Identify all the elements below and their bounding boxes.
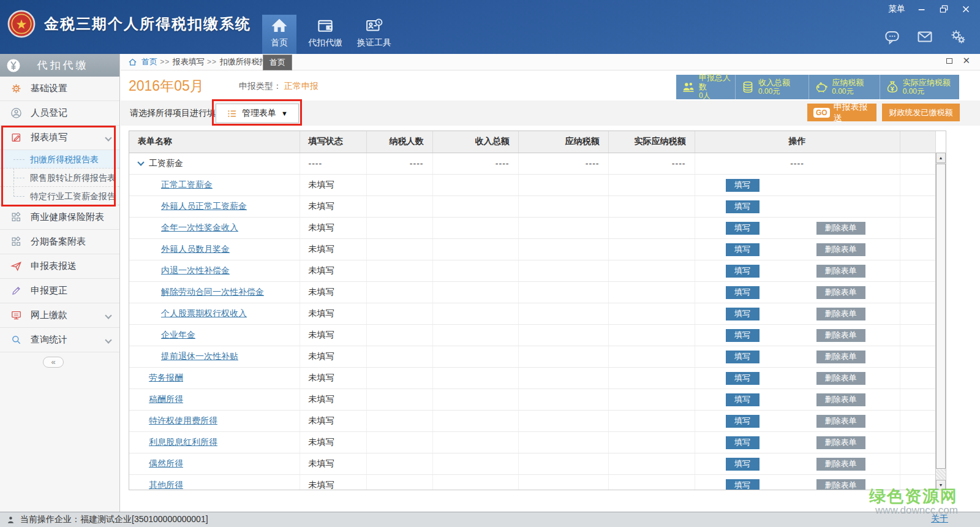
yen-icon — [6, 58, 21, 73]
fill-status-cell: 未填写 — [300, 410, 366, 431]
edit-form-icon — [10, 132, 22, 143]
fill-button[interactable]: 填写 — [726, 458, 760, 471]
table-row-稿酬所得: 稿酬所得 未填写 填写删除表单 — [129, 389, 935, 410]
fill-button[interactable]: 填写 — [726, 415, 760, 428]
form-link[interactable]: 全年一次性奖金收入 — [161, 222, 238, 232]
breadcrumb-link-报表填写[interactable]: 报表填写 — [173, 57, 205, 66]
blank-cell — [900, 431, 935, 453]
fill-status-cell: 未填写 — [300, 238, 366, 260]
form-link[interactable]: 提前退休一次性补贴 — [161, 351, 238, 361]
form-link[interactable]: 稿酬所得 — [149, 394, 183, 404]
sidebar-item-商业健康保险附表[interactable]: 商业健康保险附表 — [0, 205, 119, 230]
tax-payable-cell — [518, 217, 608, 238]
sidebar-collapse-button[interactable]: « — [43, 357, 64, 368]
header-icons — [884, 28, 967, 45]
scroll-up-icon[interactable]: ▲ — [936, 153, 946, 163]
delete-form-button[interactable]: 删除表单 — [816, 415, 865, 428]
delete-form-button[interactable]: 删除表单 — [816, 222, 865, 235]
sidebar-item-网上缴款[interactable]: 网上缴款 — [0, 303, 119, 328]
delete-form-button[interactable]: 删除表单 — [816, 329, 865, 342]
sidebar-item-报表填写[interactable]: 报表填写 — [0, 126, 119, 150]
form-link[interactable]: 企业年金 — [161, 330, 195, 339]
fill-button[interactable]: 填写 — [726, 222, 760, 235]
about-link[interactable]: 关于 — [931, 514, 948, 525]
form-link[interactable]: 解除劳动合同一次性补偿金 — [161, 287, 264, 297]
form-link[interactable]: 内退一次性补偿金 — [161, 265, 230, 275]
fill-button[interactable]: 填写 — [726, 286, 760, 299]
form-link[interactable]: 其他所得 — [149, 480, 183, 490]
sidebar-item-查询统计[interactable]: 查询统计 — [0, 328, 119, 352]
form-link[interactable]: 利息股息红利所得 — [149, 437, 217, 447]
taxpayer-count-cell — [366, 260, 432, 281]
fill-button[interactable]: 填写 — [726, 372, 760, 385]
delete-form-button[interactable]: 删除表单 — [816, 372, 865, 385]
sidebar-item-基础设置[interactable]: 基础设置 — [0, 77, 119, 101]
form-link[interactable]: 正常工资薪金 — [161, 180, 213, 189]
taxpayer-count-cell — [366, 346, 432, 367]
chat-icon[interactable] — [884, 29, 900, 45]
sidebar-subitem-扣缴所得税报告表[interactable]: 扣缴所得税报告表 — [0, 150, 119, 169]
table-scrollbar[interactable]: ▲ ▼ — [935, 153, 946, 490]
taxpayer-count-cell — [366, 217, 432, 238]
form-link[interactable]: 外籍人员正常工资薪金 — [161, 201, 247, 211]
fiscal-paid-tax-button[interactable]: 财政统发已缴税额 — [882, 104, 960, 121]
tab-换证工具[interactable]: 换证工具 — [354, 15, 394, 54]
income-total-cell — [432, 195, 518, 217]
fill-button[interactable]: 填写 — [726, 393, 760, 406]
tab-首页[interactable]: 首页 — [262, 15, 296, 54]
restore-icon[interactable] — [938, 4, 949, 15]
form-link[interactable]: 个人股票期权行权收入 — [161, 308, 247, 318]
sidebar-item-申报更正[interactable]: 申报更正 — [0, 279, 119, 303]
settings-gears-icon[interactable] — [949, 28, 967, 45]
chevron-down-icon — [137, 159, 144, 165]
delete-form-button[interactable]: 删除表单 — [816, 286, 865, 299]
fill-button[interactable]: 填写 — [726, 243, 760, 256]
blank-cell — [900, 174, 935, 195]
breadcrumb-separator: >> — [205, 58, 220, 66]
fill-button[interactable]: 填写 — [726, 200, 760, 213]
scrollbar-track[interactable] — [936, 469, 946, 479]
manage-forms-button[interactable]: 管理表单 ▼ — [216, 104, 299, 123]
form-link[interactable]: 劳务报酬 — [149, 373, 183, 382]
panel-close-icon[interactable]: ✕ — [962, 57, 970, 64]
form-link[interactable]: 偶然所得 — [149, 458, 183, 468]
mail-icon[interactable] — [916, 28, 933, 45]
sidebar-subitem-特定行业工资薪金报告表[interactable]: 特定行业工资薪金报告表 — [0, 187, 119, 205]
fill-button[interactable]: 填写 — [726, 265, 760, 278]
delete-form-button[interactable]: 删除表单 — [816, 458, 865, 471]
sidebar-item-申报表报送[interactable]: 申报表报送 — [0, 254, 119, 279]
form-link[interactable]: 外籍人员数月奖金 — [161, 244, 230, 254]
form-link[interactable]: 特许权使用费所得 — [149, 415, 217, 425]
delete-form-button[interactable]: 删除表单 — [816, 479, 865, 491]
sidebar-item-分期备案附表[interactable]: 分期备案附表 — [0, 230, 119, 254]
delete-form-button[interactable]: 删除表单 — [816, 265, 865, 278]
scrollbar-thumb[interactable] — [936, 164, 946, 469]
delete-form-button[interactable]: 删除表单 — [816, 308, 865, 320]
delete-form-button[interactable]: 删除表单 — [816, 351, 865, 363]
delete-form-button[interactable]: 删除表单 — [816, 393, 865, 406]
window-menu-button[interactable]: 菜单 — [888, 4, 905, 15]
fill-button[interactable]: 填写 — [726, 351, 760, 363]
table-row-劳务报酬: 劳务报酬 未填写 填写删除表单 — [129, 367, 935, 389]
minimize-icon[interactable] — [916, 4, 927, 15]
fill-button[interactable]: 填写 — [726, 436, 760, 449]
panel-maximize-icon[interactable] — [946, 58, 952, 64]
fill-button[interactable]: 填写 — [726, 308, 760, 320]
fill-button[interactable]: 填写 — [726, 479, 760, 491]
group-label[interactable]: 工资薪金 — [129, 153, 300, 174]
close-icon[interactable] — [960, 4, 971, 15]
fill-button[interactable]: 填写 — [726, 179, 760, 192]
scroll-down-icon[interactable]: ▼ — [936, 480, 946, 490]
delete-form-button[interactable]: 删除表单 — [816, 436, 865, 449]
tab-代扣代缴[interactable]: 代扣代缴 — [305, 15, 345, 54]
fill-button[interactable]: 填写 — [726, 329, 760, 342]
submit-report-button[interactable]: GO 申报表报送 — [807, 104, 876, 121]
sidebar-item-人员登记[interactable]: 人员登记 — [0, 101, 119, 126]
money-bag-icon — [885, 80, 900, 94]
people-icon — [681, 80, 696, 94]
delete-form-button[interactable]: 删除表单 — [816, 243, 865, 256]
breadcrumb-link-首页[interactable]: 首页 — [141, 57, 157, 66]
home-tab-tooltip: 首页 — [263, 55, 292, 70]
sidebar: 代扣代缴 基础设置 人员登记 报表填写扣缴所得税报告表限售股转让所得报告表特定行… — [0, 54, 120, 512]
sidebar-subitem-限售股转让所得报告表[interactable]: 限售股转让所得报告表 — [0, 169, 119, 187]
